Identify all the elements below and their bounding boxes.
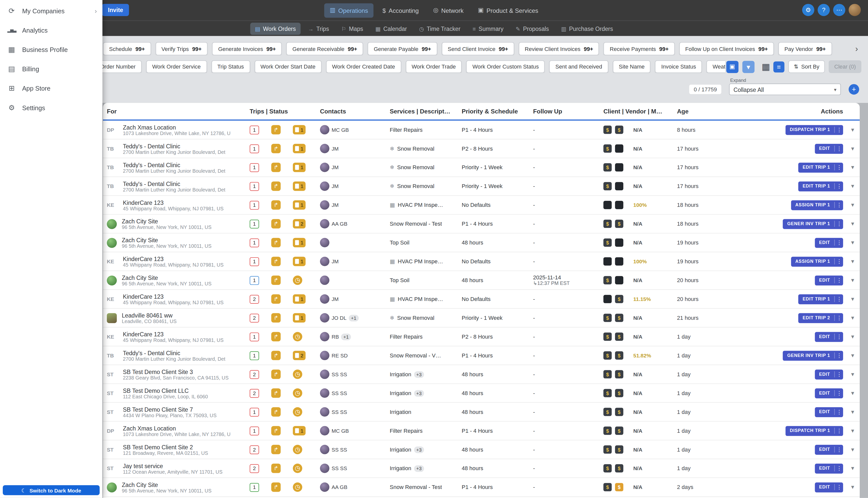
row-expand-chevron[interactable]: ▾ <box>851 183 854 190</box>
filter-chip-trip-status[interactable]: Trip Status <box>211 60 250 73</box>
contact-avatar[interactable] <box>320 407 329 416</box>
bulk-action-receive-payments[interactable]: Receive Payments 99+ <box>604 42 675 55</box>
bulk-action-review-client-invoices[interactable]: Review Client Invoices 99+ <box>519 42 599 55</box>
row-action-button[interactable]: EDIT ⋮ <box>815 388 843 398</box>
trip-count-badge[interactable]: 1 <box>250 276 259 285</box>
more-options-icon[interactable]: ⋮ <box>834 466 843 471</box>
client-invoice-badge[interactable]: $ <box>603 314 611 322</box>
trip-status-icon[interactable]: ↱ <box>271 313 281 323</box>
document-count-badge[interactable]: 2 <box>293 351 306 360</box>
row-action-button[interactable]: EDIT TRIP 2 ⋮ <box>798 313 843 323</box>
more-options-icon[interactable]: ⋮ <box>834 258 843 264</box>
chat-icon[interactable]: ⋯ <box>833 4 845 16</box>
row-expand-chevron[interactable]: ▾ <box>851 201 854 209</box>
client-invoice-badge[interactable]: $ <box>603 351 611 360</box>
gear-icon[interactable]: ⚙ <box>802 4 814 16</box>
row-action-button[interactable]: GENER INV TRIP 1 ⋮ <box>783 219 843 229</box>
document-count-badge[interactable]: 1 <box>293 200 306 210</box>
trip-count-badge[interactable]: 1 <box>250 219 259 228</box>
trip-count-badge[interactable]: 1 <box>250 125 259 134</box>
row-action-button[interactable]: EDIT ⋮ <box>815 407 843 417</box>
clock-status-icon[interactable]: ◷ <box>293 332 302 341</box>
trip-count-badge[interactable]: 2 <box>250 314 259 322</box>
document-count-badge[interactable]: 1 <box>293 238 306 247</box>
trip-status-icon[interactable]: ↱ <box>271 200 281 210</box>
trip-status-icon[interactable]: ↱ <box>271 463 281 473</box>
more-options-icon[interactable]: ⋮ <box>834 409 843 415</box>
row-action-button[interactable]: EDIT ⋮ <box>815 463 843 473</box>
trip-count-badge[interactable]: 1 <box>250 144 259 153</box>
contact-avatar[interactable] <box>320 388 329 397</box>
bulk-action-pay-vendor[interactable]: Pay Vendor 99+ <box>778 42 832 55</box>
trip-count-badge[interactable]: 1 <box>250 163 259 172</box>
row-expand-chevron[interactable]: ▾ <box>851 277 854 284</box>
tab-network[interactable]: ◎ Network <box>428 3 469 17</box>
more-options-icon[interactable]: ⋮ <box>834 202 843 208</box>
subnav-work-orders[interactable]: ▤ Work Orders <box>250 23 301 35</box>
trip-count-badge[interactable]: 1 <box>250 257 259 266</box>
client-invoice-badge[interactable]: $ <box>603 144 611 153</box>
more-options-icon[interactable]: ⋮ <box>834 277 843 283</box>
client-invoice-badge[interactable]: $ <box>603 332 611 341</box>
bulk-action-schedule[interactable]: Schedule 99+ <box>103 42 151 55</box>
vendor-invoice-badge[interactable]: $ <box>615 389 623 397</box>
trip-count-badge[interactable]: 1 <box>250 200 259 209</box>
clock-status-icon[interactable]: ◷ <box>293 276 302 285</box>
trip-status-icon[interactable]: ↱ <box>271 407 281 416</box>
contact-avatar[interactable] <box>320 463 329 473</box>
work-order-row[interactable]: TB Teddy's - Dental Clinic 2700 Martin L… <box>103 346 860 365</box>
expand-collapse-select[interactable]: Collapse All ▾ <box>729 83 841 95</box>
bulk-action-generate-receivable[interactable]: Generate Receivable 99+ <box>286 42 363 55</box>
trip-status-icon[interactable]: ↱ <box>271 276 281 285</box>
trip-status-icon[interactable]: ↱ <box>271 144 281 153</box>
sidebar-item-analytics[interactable]: ▂▅▃ Analytics › <box>0 21 103 40</box>
subnav-proposals[interactable]: ✎ Proposals <box>510 23 554 35</box>
clear-filters-button[interactable]: Clear (0) <box>829 60 861 73</box>
work-order-row[interactable]: Zach City Site 96 5th Avenue, New York, … <box>103 271 860 290</box>
row-action-button[interactable]: ASSIGN TRIP 1 ⋮ <box>791 257 843 266</box>
trip-status-icon[interactable]: ↱ <box>271 238 281 247</box>
filter-funnel-button[interactable]: ▼ <box>742 61 754 73</box>
client-invoice-badge[interactable]: $ <box>603 220 611 228</box>
tab-operations[interactable]: ▥ Operations <box>324 3 374 17</box>
clock-status-icon[interactable]: ◷ <box>293 369 302 379</box>
service-extra-badge[interactable]: +3 <box>414 371 424 378</box>
help-icon[interactable]: ? <box>817 4 830 16</box>
sort-by-button[interactable]: ⇅ Sort By <box>788 60 825 73</box>
filter-chip-work-order-service[interactable]: Work Order Service <box>146 60 207 73</box>
trip-count-badge[interactable]: 2 <box>250 445 259 454</box>
row-action-button[interactable]: EDIT ⋮ <box>815 331 843 342</box>
contact-avatar[interactable] <box>320 182 329 191</box>
vendor-invoice-badge[interactable]: $ <box>615 483 623 491</box>
row-expand-chevron[interactable]: ▾ <box>851 126 854 133</box>
work-order-row[interactable]: DP Zach Xmas Location 1073 Lakeshore Dri… <box>103 422 860 441</box>
work-order-row[interactable]: TB Teddy's - Dental Clinic 2700 Martin L… <box>103 158 860 177</box>
row-action-button[interactable]: EDIT ⋮ <box>815 482 843 492</box>
row-action-button[interactable]: DISPATCH TRIP 1 ⋮ <box>785 125 843 135</box>
grid-view-button[interactable]: ▦ <box>758 61 769 72</box>
document-count-badge[interactable]: 1 <box>293 257 306 266</box>
row-action-button[interactable]: EDIT ⋮ <box>815 275 843 285</box>
clock-status-icon[interactable]: ◷ <box>293 463 302 473</box>
more-options-icon[interactable]: ⋮ <box>834 333 843 340</box>
client-invoice-badge[interactable] <box>603 201 611 209</box>
trip-status-icon[interactable]: ↱ <box>271 219 281 228</box>
row-expand-chevron[interactable]: ▾ <box>851 352 854 359</box>
trip-status-icon[interactable]: ↱ <box>271 163 281 172</box>
trip-count-badge[interactable]: 1 <box>250 483 259 492</box>
vendor-invoice-badge[interactable]: $ <box>615 220 623 228</box>
client-invoice-badge[interactable]: $ <box>603 389 611 397</box>
contact-avatar[interactable] <box>320 332 329 341</box>
subnav-time-tracker[interactable]: ◷ Time Tracker <box>414 23 465 35</box>
more-options-icon[interactable]: ⋮ <box>834 371 843 377</box>
more-options-icon[interactable]: ⋮ <box>834 127 843 133</box>
contact-avatar[interactable] <box>320 276 329 285</box>
filter-chip-work-order-trade[interactable]: Work Order Trade <box>406 60 462 73</box>
subnav-maps[interactable]: ⚐ Maps <box>336 23 368 35</box>
trip-count-badge[interactable]: 1 <box>250 332 259 341</box>
vendor-invoice-badge[interactable]: $ <box>615 314 623 322</box>
clock-status-icon[interactable]: ◷ <box>293 407 302 416</box>
work-order-row[interactable]: ST SB Test Demo Client Site 2 121 Broadw… <box>103 440 860 459</box>
vendor-invoice-badge[interactable]: $ <box>615 126 623 134</box>
client-invoice-badge[interactable]: $ <box>603 238 611 247</box>
